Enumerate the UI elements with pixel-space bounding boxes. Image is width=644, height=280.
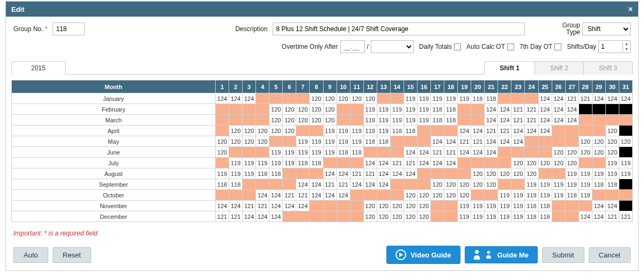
- cell[interactable]: [579, 158, 592, 168]
- cell[interactable]: 121: [605, 211, 619, 222]
- cell[interactable]: [498, 93, 511, 104]
- cell[interactable]: [310, 211, 323, 222]
- cell[interactable]: 121: [350, 168, 363, 179]
- cell[interactable]: 124: [404, 147, 417, 158]
- group-no-input[interactable]: [53, 23, 85, 35]
- cell[interactable]: 120: [363, 201, 377, 211]
- cell[interactable]: 119: [417, 115, 430, 126]
- cell[interactable]: [323, 211, 336, 222]
- cell[interactable]: [390, 190, 404, 201]
- cell[interactable]: [592, 126, 605, 136]
- cell[interactable]: [511, 147, 525, 158]
- cell[interactable]: 121: [458, 136, 471, 147]
- cell[interactable]: [216, 190, 229, 201]
- cell[interactable]: 124: [592, 93, 605, 104]
- cell[interactable]: [552, 211, 565, 222]
- cell[interactable]: 124: [363, 179, 377, 190]
- cell[interactable]: [216, 115, 229, 126]
- cell[interactable]: [565, 211, 579, 222]
- cell[interactable]: [256, 179, 269, 190]
- cell[interactable]: [552, 201, 565, 211]
- cell[interactable]: 124: [485, 136, 498, 147]
- cell[interactable]: [605, 190, 619, 201]
- cell[interactable]: 120: [431, 190, 444, 201]
- cell[interactable]: 124: [229, 201, 243, 211]
- cell[interactable]: 124: [323, 190, 336, 201]
- cell[interactable]: 119: [511, 190, 525, 201]
- cell[interactable]: 118: [229, 179, 243, 190]
- cell[interactable]: 124: [552, 93, 565, 104]
- cell[interactable]: 120: [444, 179, 458, 190]
- cell[interactable]: [485, 190, 498, 201]
- cell[interactable]: 120: [404, 190, 417, 201]
- cell[interactable]: 118: [377, 136, 390, 147]
- cell[interactable]: 118: [592, 179, 605, 190]
- cell[interactable]: 124: [605, 93, 619, 104]
- cell[interactable]: [350, 104, 363, 115]
- cell[interactable]: 120: [417, 211, 430, 222]
- cell[interactable]: 120: [619, 136, 632, 147]
- cell[interactable]: 120: [592, 136, 605, 147]
- cell[interactable]: 124: [538, 104, 552, 115]
- cell[interactable]: [363, 147, 377, 158]
- cell[interactable]: [283, 168, 296, 179]
- cell[interactable]: 119: [363, 104, 377, 115]
- seventh-day-ot-checkbox[interactable]: [554, 43, 561, 50]
- cell[interactable]: [283, 93, 296, 104]
- cell[interactable]: 119: [498, 190, 511, 201]
- cell[interactable]: 121: [323, 179, 336, 190]
- cell[interactable]: 118: [336, 147, 350, 158]
- cell[interactable]: 119: [458, 211, 471, 222]
- cell[interactable]: 119: [323, 147, 336, 158]
- cell[interactable]: 120: [471, 168, 485, 179]
- cell[interactable]: 120: [498, 168, 511, 179]
- cell[interactable]: [216, 104, 229, 115]
- cell[interactable]: 119: [404, 115, 417, 126]
- cell[interactable]: 118: [404, 126, 417, 136]
- cell[interactable]: 124: [283, 201, 296, 211]
- cell[interactable]: 121: [296, 190, 310, 201]
- cell[interactable]: 119: [283, 147, 296, 158]
- cell[interactable]: [417, 136, 430, 147]
- cell[interactable]: 124: [243, 93, 256, 104]
- cell[interactable]: 119: [323, 136, 336, 147]
- shift-tab-2[interactable]: Shift 2: [535, 61, 584, 75]
- cell[interactable]: 119: [619, 158, 632, 168]
- cell[interactable]: [431, 126, 444, 136]
- cell[interactable]: 120: [269, 126, 283, 136]
- cell[interactable]: 121: [243, 201, 256, 211]
- cell[interactable]: 124: [431, 158, 444, 168]
- cell[interactable]: 124: [485, 104, 498, 115]
- cell[interactable]: 118: [525, 201, 538, 211]
- cell[interactable]: [296, 126, 310, 136]
- cell[interactable]: 119: [579, 179, 592, 190]
- cell[interactable]: [538, 147, 552, 158]
- cell[interactable]: 124: [404, 168, 417, 179]
- cell[interactable]: 124: [552, 104, 565, 115]
- cell[interactable]: 120: [579, 147, 592, 158]
- cell[interactable]: 120: [296, 115, 310, 126]
- cell[interactable]: [296, 93, 310, 104]
- cell[interactable]: [565, 126, 579, 136]
- cell[interactable]: 124: [431, 136, 444, 147]
- cell[interactable]: 119: [498, 211, 511, 222]
- cell[interactable]: 124: [269, 201, 283, 211]
- cell[interactable]: 119: [283, 158, 296, 168]
- cell[interactable]: 120: [336, 93, 350, 104]
- cell[interactable]: 120: [323, 93, 336, 104]
- cell[interactable]: [296, 168, 310, 179]
- cell[interactable]: 120: [485, 168, 498, 179]
- cell[interactable]: 124: [498, 136, 511, 147]
- cell[interactable]: [390, 136, 404, 147]
- cell[interactable]: 124: [458, 126, 471, 136]
- cell[interactable]: 120: [565, 158, 579, 168]
- cell[interactable]: [431, 168, 444, 179]
- cell[interactable]: [229, 190, 243, 201]
- cell[interactable]: 119: [458, 93, 471, 104]
- cell[interactable]: 120: [525, 168, 538, 179]
- cell[interactable]: 120: [592, 147, 605, 158]
- cell[interactable]: 124: [458, 147, 471, 158]
- cell[interactable]: 124: [323, 168, 336, 179]
- cell[interactable]: [444, 211, 458, 222]
- cell[interactable]: 118: [216, 179, 229, 190]
